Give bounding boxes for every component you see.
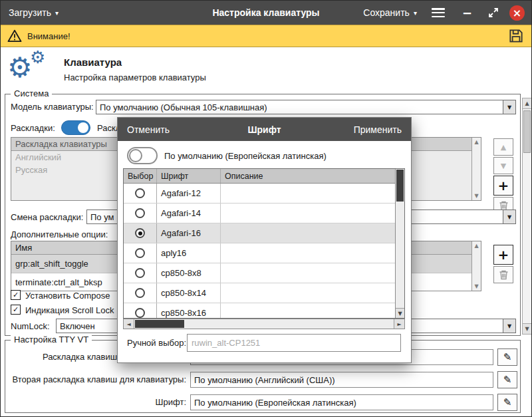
keyboard-model-value: По умолчанию (Обычная 105-клавишная) — [96, 100, 503, 114]
font-table-hscrollbar[interactable]: ◄ ► — [123, 319, 405, 329]
scroll-up-icon[interactable]: ▲ — [474, 243, 478, 249]
scroll-down-icon[interactable]: ▼ — [474, 193, 478, 199]
default-font-label: По умолчанию (Европейская латинская) — [164, 151, 327, 161]
numlock-label: NumLock: — [11, 321, 50, 331]
manual-select-label: Ручной выбор: — [127, 338, 186, 348]
radio-button[interactable] — [135, 308, 145, 318]
options-table-scrollbar[interactable]: ▲ ▼ — [471, 241, 481, 291]
tty-font-field[interactable]: По умолчанию (Европейская латинская) — [190, 394, 493, 410]
layout-switch-label: Смена раскладки: — [11, 212, 83, 222]
scroll-down-icon[interactable]: ▼ — [474, 283, 478, 289]
font-name: Agafari-12 — [157, 184, 221, 203]
tty-font-label: Шрифт: — [11, 397, 186, 407]
compose-checkbox-label: Установить Compose — [25, 291, 110, 301]
edit-tty-layout-button[interactable]: ✎ — [497, 348, 517, 366]
font-table: Выбор Шрифт Описание Agafari-12 Agafari-… — [123, 168, 405, 319]
chevron-down-icon: ▼ — [503, 210, 515, 223]
save-file-button[interactable] — [507, 27, 525, 45]
radio-button[interactable] — [135, 268, 145, 278]
font-description — [221, 223, 395, 243]
scrolllock-checkbox-label: Индикация Scroll Lock — [25, 305, 114, 315]
font-row[interactable]: cp850-8x16 — [124, 303, 395, 319]
font-description — [221, 303, 395, 319]
layouts-label: Раскладки: — [11, 123, 55, 133]
extra-options-label: Дополнительные опции: — [11, 229, 108, 239]
chevron-down-icon: ▼ — [503, 100, 515, 114]
toggle-knob — [78, 122, 88, 133]
compose-checkbox[interactable]: ✓ — [11, 290, 21, 300]
font-description — [221, 283, 395, 303]
menu-button[interactable] — [432, 8, 445, 17]
dialog-cancel-button[interactable]: Отменить — [118, 124, 170, 135]
font-description — [221, 184, 395, 203]
gear-icon: ⚙ — [30, 49, 45, 66]
trash-icon — [499, 269, 509, 280]
dialog-apply-button[interactable]: Применить — [354, 124, 411, 135]
save-button[interactable]: Сохранить ▾ — [360, 7, 420, 18]
chevron-down-icon: ▼ — [503, 319, 515, 333]
radio-button[interactable] — [135, 208, 145, 218]
scrollbar-thumb[interactable] — [523, 110, 531, 153]
font-table-scrollbar[interactable]: ▼ — [395, 169, 404, 318]
second-layout-field[interactable]: По умолчанию (Английский (США)) — [190, 372, 493, 388]
radio-button[interactable] — [135, 188, 145, 198]
font-name: Agafari-16 — [157, 223, 221, 243]
keyboard-model-dropdown[interactable]: По умолчанию (Обычная 105-клавишная) ▼ — [96, 100, 516, 114]
warning-icon — [7, 29, 22, 43]
move-up-button[interactable]: ▲ — [493, 138, 513, 156]
toggle-knob — [129, 149, 142, 162]
scroll-down-button[interactable]: ▼ — [396, 308, 404, 318]
scroll-down-button[interactable]: ▼ — [523, 323, 531, 334]
radio-button[interactable] — [135, 248, 145, 258]
font-row-selected[interactable]: Agafari-16 — [124, 223, 395, 243]
font-name: cp850-8x14 — [157, 283, 221, 303]
caret-down-icon: ▾ — [55, 9, 59, 17]
font-dialog: Шрифт Отменить Применить По умолчанию (Е… — [117, 117, 412, 363]
radio-button-selected[interactable] — [135, 228, 145, 238]
column-header-description: Описание — [221, 169, 395, 183]
scroll-up-icon[interactable]: ▲ — [474, 139, 478, 145]
scroll-right-button[interactable]: ► — [394, 319, 404, 329]
scrollbar-thumb[interactable] — [396, 170, 404, 202]
floppy-icon — [507, 27, 525, 45]
minimize-button[interactable]: − — [462, 6, 472, 20]
font-row[interactable]: Agafari-12 — [124, 184, 395, 204]
layouts-toggle[interactable] — [61, 120, 90, 135]
font-row[interactable]: cp850-8x8 — [124, 263, 395, 283]
font-row[interactable]: aply16 — [124, 243, 395, 263]
title-bar: Настройка клавиатуры Загрузить ▾ Сохрани… — [1, 1, 531, 25]
font-description — [221, 263, 395, 283]
scroll-up-button[interactable]: ▲ — [523, 98, 531, 109]
edit-tty-font-button[interactable]: ✎ — [497, 394, 517, 411]
move-down-button[interactable]: ▼ — [493, 157, 513, 174]
caret-down-icon: ▾ — [414, 9, 417, 17]
layout-list-scrollbar[interactable]: ▲ ▼ — [471, 138, 481, 200]
page-title: Клавиатура — [64, 57, 122, 68]
app-window: Настройка клавиатуры Загрузить ▾ Сохрани… — [0, 0, 532, 417]
manual-select-input[interactable] — [187, 334, 401, 352]
gears-icon: ⚙ ⚙ — [7, 53, 51, 88]
font-table-header: Выбор Шрифт Описание — [124, 169, 395, 184]
main-scrollbar[interactable]: ▲ ▼ — [522, 98, 532, 335]
font-description — [221, 243, 395, 263]
scrollbar-thumb[interactable] — [135, 320, 184, 328]
default-font-toggle[interactable] — [127, 147, 158, 164]
load-button[interactable]: Загрузить ▾ — [1, 1, 66, 25]
scroll-left-button[interactable]: ◄ — [124, 319, 134, 329]
close-button[interactable]: × — [509, 5, 525, 21]
radio-button[interactable] — [135, 288, 145, 298]
font-row[interactable]: Agafari-14 — [124, 204, 395, 223]
edit-second-layout-button[interactable]: ✎ — [497, 371, 517, 388]
add-option-button[interactable]: + — [493, 245, 513, 265]
add-layout-button[interactable]: + — [493, 176, 513, 196]
warning-text: Внимание! — [27, 31, 70, 41]
font-row[interactable]: cp850-8x14 — [124, 283, 395, 303]
second-layout-label: Вторая раскладка клавиш для клавиатуры: — [11, 374, 186, 384]
font-description — [221, 204, 395, 223]
scrolllock-checkbox[interactable]: ✓ — [11, 305, 21, 315]
keyboard-model-label: Модель клавиатуры: — [11, 102, 94, 112]
dialog-header: Шрифт Отменить Применить — [118, 118, 411, 141]
system-group-legend: Система — [11, 88, 52, 98]
maximize-button[interactable] — [488, 7, 499, 18]
delete-option-button[interactable] — [493, 266, 513, 283]
